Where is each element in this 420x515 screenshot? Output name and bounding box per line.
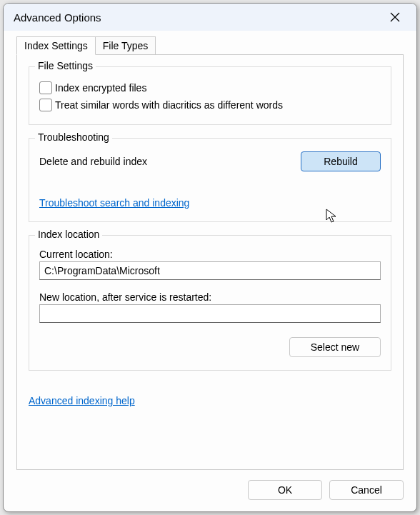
index-encrypted-row: Index encrypted files — [39, 81, 381, 94]
current-location-field[interactable]: C:\ProgramData\Microsoft — [39, 261, 381, 280]
troubleshooting-group: Troubleshooting Delete and rebuild index… — [29, 138, 391, 222]
ok-button[interactable]: OK — [248, 480, 322, 500]
advanced-indexing-help-link[interactable]: Advanced indexing help — [29, 395, 135, 406]
dialog-buttons: OK Cancel — [4, 470, 416, 511]
select-new-row: Select new — [39, 337, 381, 357]
diacritics-checkbox[interactable] — [39, 99, 52, 111]
close-icon — [390, 12, 400, 22]
titlebar: Advanced Options — [4, 4, 416, 31]
index-location-legend: Index location — [35, 229, 102, 240]
diacritics-row: Treat similar words with diacritics as d… — [39, 99, 381, 111]
advanced-options-dialog: Advanced Options Index Settings File Typ… — [3, 3, 417, 512]
troubleshoot-link[interactable]: Troubleshoot search and indexing — [39, 197, 189, 209]
tab-file-types[interactable]: File Types — [96, 36, 156, 55]
index-encrypted-checkbox[interactable] — [39, 81, 52, 94]
new-location-field[interactable] — [39, 304, 381, 323]
tab-index-settings[interactable]: Index Settings — [16, 36, 96, 55]
close-button[interactable] — [379, 6, 411, 28]
current-location-label: Current location: — [39, 249, 381, 260]
index-encrypted-label[interactable]: Index encrypted files — [55, 82, 146, 94]
dialog-title: Advanced Options — [14, 11, 101, 24]
delete-rebuild-label: Delete and rebuild index — [39, 156, 147, 167]
rebuild-button[interactable]: Rebuild — [301, 151, 381, 171]
select-new-button[interactable]: Select new — [289, 337, 381, 357]
file-settings-group: File Settings Index encrypted files Trea… — [29, 66, 391, 125]
dialog-content: Index Settings File Types File Settings … — [4, 31, 416, 470]
tab-panel: File Settings Index encrypted files Trea… — [16, 54, 404, 470]
cancel-button[interactable]: Cancel — [329, 480, 404, 500]
rebuild-row: Delete and rebuild index Rebuild — [39, 151, 381, 171]
diacritics-label[interactable]: Treat similar words with diacritics as d… — [55, 99, 283, 111]
new-location-label: New location, after service is restarted… — [39, 291, 381, 303]
tabs: Index Settings File Types — [16, 36, 404, 55]
file-settings-legend: File Settings — [35, 60, 96, 71]
index-location-group: Index location Current location: C:\Prog… — [29, 235, 391, 371]
troubleshooting-legend: Troubleshooting — [35, 131, 112, 143]
